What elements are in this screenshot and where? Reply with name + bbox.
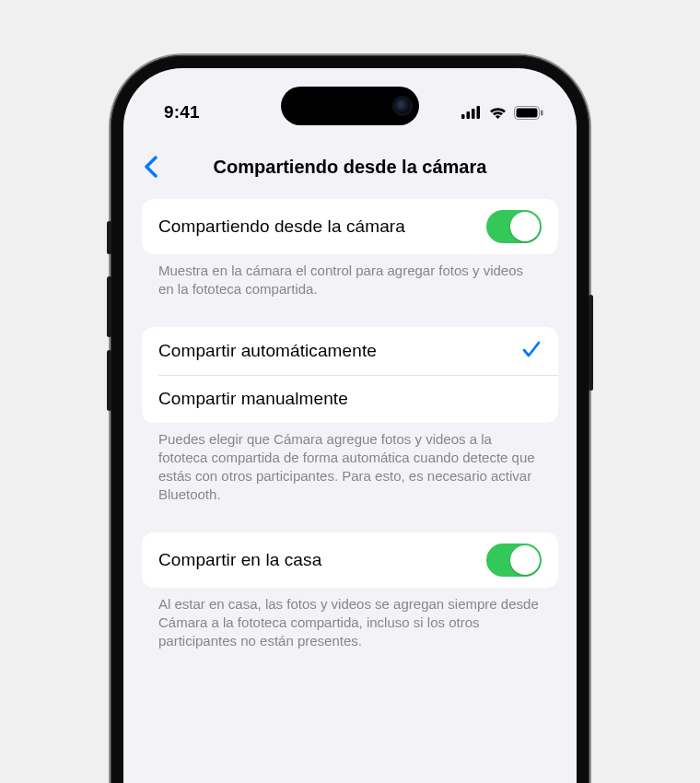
screen: 9:41: [123, 68, 577, 783]
svg-rect-3: [477, 106, 481, 119]
front-camera-icon: [395, 99, 410, 113]
status-time: 9:41: [164, 102, 200, 123]
battery-icon: [514, 106, 543, 120]
back-button[interactable]: [133, 148, 169, 185]
volume-up-button: [107, 276, 111, 337]
toggle-switch[interactable]: [486, 210, 542, 243]
group-footer: Puedes elegir que Cámara agregue fotos y…: [142, 423, 558, 505]
side-button: [589, 295, 593, 391]
status-indicators: [461, 106, 543, 120]
cellular-icon: [461, 106, 482, 119]
card: Compartir en la casa: [142, 532, 558, 588]
svg-rect-0: [461, 114, 465, 119]
chevron-left-icon: [144, 156, 158, 178]
group-footer: Al estar en casa, las fotos y videos se …: [142, 588, 558, 651]
phone-frame: 9:41: [111, 55, 589, 783]
checkmark-icon: [521, 340, 542, 362]
card: Compartir automáticamente Compartir manu…: [142, 327, 558, 423]
svg-rect-6: [541, 110, 543, 115]
nav-bar: Compartiendo desde la cámara: [123, 144, 577, 190]
dynamic-island: [281, 87, 419, 125]
ringer-switch: [107, 221, 111, 254]
option-row-manual[interactable]: Compartir manualmente: [158, 375, 558, 423]
option-row-auto[interactable]: Compartir automáticamente: [142, 327, 558, 375]
toggle-row-sharing-from-camera[interactable]: Compartiendo desde la cámara: [142, 199, 558, 254]
svg-rect-1: [467, 111, 471, 119]
svg-rect-5: [517, 108, 538, 117]
group-footer: Muestra en la cámara el control para agr…: [142, 254, 558, 299]
toggle-knob: [510, 545, 540, 575]
card: Compartiendo desde la cámara: [142, 199, 558, 254]
option-label: Compartir automáticamente: [158, 341, 377, 361]
wifi-icon: [488, 106, 508, 120]
option-label: Compartir manualmente: [158, 389, 348, 409]
svg-rect-2: [472, 109, 475, 119]
group-share-at-home: Compartir en la casa Al estar en casa, l…: [142, 532, 558, 651]
group-share-mode: Compartir automáticamente Compartir manu…: [142, 327, 558, 505]
toggle-label: Compartiendo desde la cámara: [158, 216, 405, 237]
group-sharing-from-camera: Compartiendo desde la cámara Muestra en …: [142, 199, 558, 299]
toggle-label: Compartir en la casa: [158, 550, 321, 570]
page-title: Compartiendo desde la cámara: [134, 157, 566, 178]
toggle-switch[interactable]: [486, 543, 542, 577]
toggle-row-share-at-home[interactable]: Compartir en la casa: [142, 532, 558, 588]
toggle-knob: [510, 212, 540, 241]
volume-down-button: [107, 350, 111, 411]
settings-content: Compartiendo desde la cámara Compartiend…: [123, 144, 577, 783]
